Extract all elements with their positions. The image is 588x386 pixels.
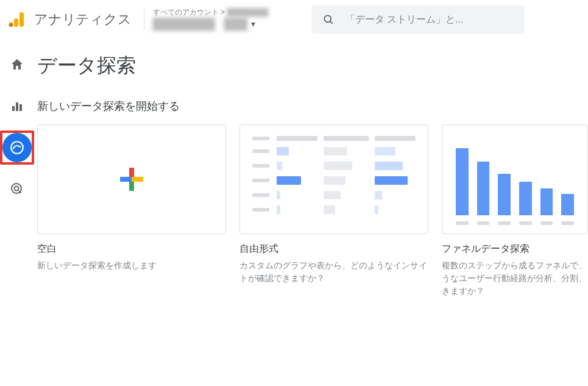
chevron-down-icon: ▾: [251, 19, 255, 30]
card-blank-preview[interactable]: [37, 124, 226, 234]
analytics-logo-icon: [7, 10, 27, 29]
svg-rect-5: [12, 106, 15, 111]
card-freeform-preview[interactable]: [239, 124, 428, 234]
annotation-highlight: [0, 130, 34, 165]
main-content: データ探索 新しいデータ探索を開始する 空白 新しいデータ探索を作成します: [34, 39, 588, 386]
table-thumbnail-icon: [240, 125, 428, 234]
app-header: アナリティクス すべてのアカウント > ████████ ████████ · …: [0, 0, 588, 39]
card-desc: カスタムのグラフや表から、どのようなインサイトが確認できますか？: [239, 259, 428, 285]
nav-reports[interactable]: [2, 91, 32, 121]
svg-rect-6: [16, 102, 18, 111]
bar-chart-icon: [10, 99, 24, 113]
plus-icon: [120, 168, 143, 191]
template-cards-row: 空白 新しいデータ探索を作成します 自由形式 カスタムのグラフや表から、どのよう…: [37, 124, 588, 298]
home-icon: [10, 57, 24, 72]
nav-home[interactable]: [2, 50, 32, 79]
account-breadcrumb-prefix: すべてのアカウント >: [153, 8, 225, 16]
svg-rect-7: [19, 104, 22, 111]
svg-rect-1: [14, 18, 18, 27]
nav-explore[interactable]: [2, 133, 32, 162]
funnel-chart-thumbnail-icon: [442, 125, 587, 234]
account-name-redacted: ████████: [227, 8, 268, 16]
card-title: ファネルデータ探索: [442, 243, 588, 256]
property-name-redacted: ████████ · ███: [153, 17, 247, 31]
section-subtitle: 新しいデータ探索を開始する: [37, 99, 588, 113]
card-title: 空白: [37, 243, 226, 256]
divider: [144, 9, 144, 30]
svg-line-4: [330, 21, 332, 24]
search-placeholder: 「データ ストリーム」と...: [345, 13, 464, 26]
svg-point-10: [14, 187, 18, 191]
svg-rect-0: [19, 12, 24, 27]
nav-advertising[interactable]: [2, 174, 32, 204]
search-input[interactable]: 「データ ストリーム」と...: [311, 5, 525, 34]
card-blank: 空白 新しいデータ探索を作成します: [37, 124, 226, 298]
card-title: 自由形式: [239, 243, 428, 256]
sidebar: [0, 39, 34, 386]
card-funnel-preview[interactable]: [442, 124, 588, 234]
target-click-icon: [10, 182, 24, 196]
card-funnel: ファネルデータ探索 複数のステップから成るファネルで、うなユーザー行動経路が分析…: [442, 124, 588, 298]
card-desc: 新しいデータ探索を作成します: [37, 259, 226, 272]
account-picker[interactable]: すべてのアカウント > ████████ ████████ · ███ ▾: [153, 8, 299, 31]
logo[interactable]: アナリティクス: [7, 10, 132, 29]
card-freeform: 自由形式 カスタムのグラフや表から、どのようなインサイトが確認できますか？: [239, 124, 428, 298]
svg-point-2: [9, 23, 13, 27]
page-title: データ探索: [37, 52, 588, 79]
search-icon: [322, 13, 335, 26]
app-title: アナリティクス: [34, 10, 132, 29]
svg-point-3: [324, 15, 331, 22]
card-desc: 複数のステップから成るファネルで、うなユーザー行動経路が分析、分割、きますか？: [442, 259, 588, 298]
